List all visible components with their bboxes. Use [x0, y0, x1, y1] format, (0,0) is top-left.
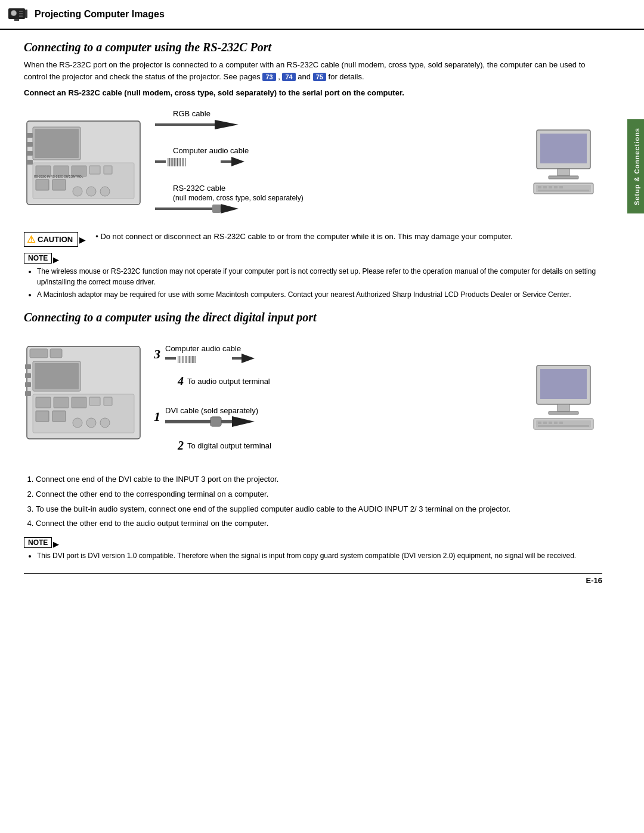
svg-rect-93: [559, 422, 563, 424]
projector-diagram-1: RS-232C IN RS-232C OUT CONTROL: [24, 103, 149, 222]
svg-rect-75: [165, 357, 176, 360]
page-number: E-16: [24, 573, 602, 585]
rs232-cable-text: RS-232C cable: [173, 184, 225, 193]
svg-rect-45: [558, 169, 569, 176]
svg-marker-35: [215, 120, 239, 129]
svg-rect-80: [210, 417, 221, 426]
svg-point-70: [100, 418, 110, 428]
sidebar-tab: Setup & Connections: [627, 119, 644, 213]
rs232-cable-line: [155, 203, 239, 214]
svg-rect-36: [155, 160, 166, 163]
svg-rect-49: [538, 186, 541, 188]
note-box-1: NOTE ▶ The wireless mouse or RS-232C fun…: [24, 253, 602, 300]
step-item-3: To use the built-in audio system, connec…: [36, 503, 602, 516]
svg-rect-27: [52, 179, 66, 190]
audio-cable-line-2: |||||||||||||: [165, 353, 255, 364]
step2-row: 2 To digital output terminal: [178, 439, 520, 453]
svg-rect-6: [14, 19, 19, 21]
note-arrow-icon-2: ▶: [53, 540, 59, 549]
section1-intro: When the RS-232C port on the projector i…: [24, 59, 602, 82]
sidebar-tab-label: Setup & Connections: [633, 128, 640, 205]
audio-cable-label-1: Computer audio cable ||||||||||||: [155, 146, 249, 167]
cables-middle-2: 3 Computer audio cable ||||||||||||| 4 T…: [149, 335, 525, 463]
svg-rect-17: [27, 142, 33, 147]
svg-rect-92: [554, 422, 558, 424]
computer-diagram-2: [525, 363, 602, 434]
section2-title: Connecting to a computer using the direc…: [24, 311, 602, 324]
note-badge-1: NOTE: [24, 253, 52, 264]
audio-cable-line: ||||||||||||: [155, 156, 244, 167]
svg-rect-18: [27, 151, 33, 156]
step4-label: To audio output terminal: [187, 377, 270, 386]
step2-num: 2: [178, 439, 184, 453]
for-details-text: for details.: [329, 72, 364, 81]
see-pages-text: See pages: [224, 72, 263, 81]
svg-rect-73: [25, 382, 31, 387]
svg-marker-39: [231, 157, 244, 166]
rgb-cable-line: [155, 119, 239, 130]
svg-rect-15: [35, 129, 79, 158]
rgb-cable-text: RGB cable: [173, 109, 210, 118]
svg-rect-62: [54, 397, 69, 408]
note-badge-label-2: NOTE: [28, 538, 48, 547]
svg-rect-56: [30, 349, 48, 358]
computer-diagram-1: [525, 127, 602, 199]
steps-list: Connect one end of the DVI cable to the …: [24, 473, 602, 530]
svg-rect-52: [554, 186, 558, 188]
svg-rect-4: [19, 13, 23, 14]
svg-rect-72: [25, 373, 31, 378]
svg-rect-81: [221, 420, 232, 423]
page-ref-75: 75: [313, 73, 326, 81]
svg-rect-57: [50, 349, 62, 358]
svg-rect-54: [538, 190, 589, 191]
page-ref-74: 74: [282, 73, 295, 81]
note-item-1-0: The wireless mouse or RS-232C function m…: [37, 266, 602, 287]
svg-rect-74: [25, 391, 31, 396]
note-badge-2: NOTE: [24, 537, 52, 548]
svg-marker-78: [242, 354, 255, 363]
note-badge-label-1: NOTE: [28, 254, 48, 262]
svg-rect-59: [35, 363, 79, 389]
svg-point-29: [86, 187, 96, 196]
svg-text:||||||||||||: ||||||||||||: [167, 157, 186, 166]
bold-instruction: Connect an RS-232C cable (null modem, cr…: [24, 88, 602, 97]
svg-point-30: [100, 187, 110, 196]
svg-rect-51: [549, 186, 552, 188]
svg-rect-26: [36, 179, 49, 190]
note-list-1: The wireless mouse or RS-232C function m…: [24, 266, 602, 300]
svg-rect-50: [543, 186, 547, 188]
projector-logo-icon: [7, 4, 29, 25]
step4-num: 4: [178, 374, 184, 388]
svg-marker-42: [221, 204, 239, 213]
page-ref-73: 73: [262, 73, 275, 81]
svg-rect-94: [538, 425, 589, 427]
step4-row: 4 To audio output terminal: [178, 374, 520, 388]
note-box-2: NOTE ▶ This DVI port is DVI version 1.0 …: [24, 537, 602, 561]
svg-rect-44: [540, 134, 587, 163]
svg-rect-89: [538, 422, 541, 424]
svg-rect-16: [27, 133, 33, 138]
diagram1: RS-232C IN RS-232C OUT CONTROL RGB cable…: [24, 103, 602, 222]
caution-triangle-icon: ⚠: [27, 234, 35, 245]
svg-text:RS-232C OUT: RS-232C OUT: [51, 175, 70, 178]
svg-rect-86: [549, 411, 578, 414]
svg-text:RS-232C IN: RS-232C IN: [34, 175, 50, 178]
dvi-cable-line: [165, 415, 255, 428]
svg-rect-41: [212, 205, 221, 213]
header-title: Projecting Computer Images: [35, 9, 165, 20]
audio-cable-text: Computer audio cable: [173, 146, 249, 155]
svg-point-2: [11, 11, 16, 16]
svg-point-28: [73, 187, 82, 196]
diagram2: 3 Computer audio cable ||||||||||||| 4 T…: [24, 333, 602, 464]
cables-middle-1: RGB cable Computer audio cable |||||||||…: [149, 103, 525, 222]
svg-rect-66: [36, 411, 49, 422]
svg-point-68: [73, 418, 82, 428]
svg-rect-53: [559, 186, 563, 188]
svg-rect-79: [165, 420, 213, 423]
rgb-cable-label: RGB cable: [155, 109, 239, 130]
svg-rect-84: [540, 369, 587, 399]
step3-row: 3 Computer audio cable |||||||||||||: [154, 344, 520, 364]
step1-label: DVI cable (sold separately): [165, 406, 258, 415]
caution-text: Do not connect or disconnect an RS-232C …: [100, 232, 512, 241]
note-item-1-1: A Macintosh adaptor may be required for …: [37, 289, 602, 300]
